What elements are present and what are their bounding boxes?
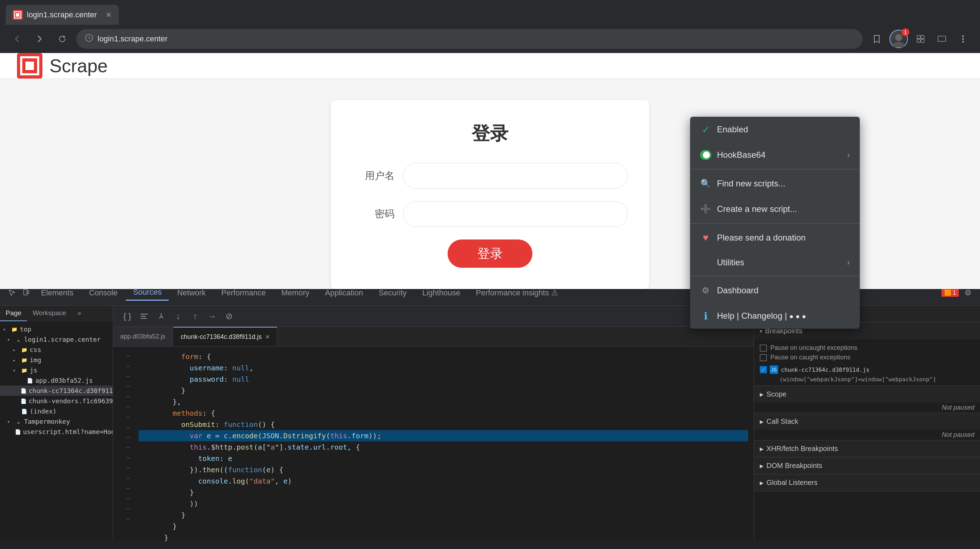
login-button[interactable]: 登录 — [447, 239, 533, 268]
tm-utilities-item[interactable]: Utilities › — [690, 251, 860, 274]
scope-status: Not paused — [754, 402, 980, 413]
code-line: }).then((function(e) { — [138, 464, 748, 476]
tm-utilities-label: Utilities — [700, 257, 842, 267]
code-line: )) — [138, 498, 748, 509]
code-line: username: null, — [138, 362, 748, 373]
folder-icon: 📁 — [11, 326, 18, 333]
pause-uncaught-checkbox[interactable]: Pause on uncaught exceptions — [760, 344, 974, 352]
tree-img-folder[interactable]: ▸ 📁 img — [0, 355, 113, 365]
call-stack-section: ▶ Call Stack Not paused — [754, 413, 980, 440]
tm-create-script-item[interactable]: ➕ Create a new script... — [690, 196, 860, 222]
cast-button[interactable] — [933, 30, 950, 48]
tree-app-js-label: app.d03bfa52.js — [35, 377, 93, 384]
step-btn[interactable]: → — [205, 309, 219, 323]
svg-rect-6 — [917, 35, 920, 38]
code-line: password: null — [138, 373, 748, 385]
sources-more-tab[interactable]: » — [72, 306, 87, 321]
profile-button[interactable]: 1 — [889, 30, 908, 48]
plus-icon: ➕ — [700, 203, 711, 215]
tm-find-scripts-item[interactable]: 🔍 Find new scripts... — [690, 171, 860, 196]
code-line: } — [138, 509, 748, 521]
tree-site[interactable]: ▾ ☁ login1.scrape.center — [0, 334, 113, 345]
xhr-header[interactable]: ▶ XHR/fetch Breakpoints — [754, 440, 980, 457]
minify-btn[interactable] — [137, 309, 151, 323]
tree-tampermonkey-label: Tampermonkey — [24, 418, 70, 425]
call-stack-header[interactable]: ▶ Call Stack — [754, 413, 980, 430]
global-header[interactable]: ▶ Global Listeners — [754, 474, 980, 491]
dom-header[interactable]: ▶ DOM Breakpoints — [754, 457, 980, 474]
password-label: 密码 — [352, 207, 395, 221]
tree-app-js[interactable]: 📄 app.d03bfa52.js — [0, 375, 113, 386]
extensions-button[interactable] — [912, 30, 929, 48]
tree-tampermonkey[interactable]: ▾ ☁ Tampermonkey — [0, 417, 113, 427]
tab-close-btn[interactable]: ✕ — [106, 11, 112, 19]
browser-tab[interactable]: login1.scrape.center ✕ — [6, 5, 119, 25]
tm-help-label: Help | Changelog | ● ● ● — [717, 311, 850, 321]
dom-section: ▶ DOM Breakpoints — [754, 457, 980, 474]
tm-dashboard-label: Dashboard — [717, 286, 850, 295]
tm-hookbase64-item[interactable]: HookBase64 › — [690, 142, 860, 168]
editor-tab-chunk-label: chunk-cc71364c.d38f911d.js — [181, 333, 262, 341]
editor-tab-chunk[interactable]: chunk-cc71364c.d38f911d.js ✕ — [173, 327, 277, 346]
editor-tab-close-icon[interactable]: ✕ — [265, 334, 270, 340]
code-area[interactable]: form: { username: null, password: null }… — [133, 347, 754, 541]
checkbox-caught[interactable] — [760, 354, 767, 361]
scope-header[interactable]: ▶ Scope — [754, 386, 980, 402]
arrow-icon: ▶ — [760, 446, 764, 452]
tm-enabled-item[interactable]: ✓ Enabled — [690, 117, 860, 142]
arrow-icon: ▾ — [7, 419, 13, 425]
tm-donate-item[interactable]: ♥ Please send a donation — [690, 225, 860, 251]
sources-add-btn[interactable]: ⋮ — [102, 306, 113, 321]
bookmark-button[interactable] — [868, 30, 885, 48]
sources-workspace-tab[interactable]: Workspace — [27, 306, 72, 321]
pause-uncaught-label: Pause on uncaught exceptions — [770, 344, 858, 352]
reload-button[interactable] — [54, 30, 71, 48]
svg-rect-10 — [938, 36, 946, 41]
step-over-btn[interactable] — [154, 309, 168, 323]
pretty-print-btn[interactable]: { } — [120, 309, 134, 323]
forward-button[interactable] — [31, 30, 48, 48]
debug-code-text: (window["webpackJsonp"]=window["webpackJ… — [760, 376, 974, 383]
tree-chunk-cc[interactable]: 📄 chunk-cc71364c.d38f911c ··· — [0, 386, 113, 396]
tree-chunk-vendors[interactable]: 📄 chunk-vendors.f1c69639.j — [0, 396, 113, 406]
heart-icon: ♥ — [700, 232, 711, 243]
step-out-btn[interactable]: ↑ — [188, 309, 202, 323]
dom-label: DOM Breakpoints — [767, 462, 822, 470]
address-bar[interactable]: login1.scrape.center — [76, 29, 862, 49]
login-form: 登录 用户名 密码 登录 — [331, 100, 649, 289]
tree-top[interactable]: ▾ 📁 top — [0, 324, 113, 334]
checkbox-file[interactable]: ✓ — [760, 366, 767, 373]
tm-dashboard-item[interactable]: ⚙ Dashboard — [690, 278, 860, 303]
tree-js-folder[interactable]: ▾ 📁 js — [0, 365, 113, 375]
tm-hookbase64-label: HookBase64 — [717, 150, 842, 160]
call-stack-status: Not paused — [754, 430, 980, 440]
username-input[interactable] — [403, 163, 628, 188]
menu-button[interactable] — [955, 30, 972, 48]
tm-find-label: Find new scripts... — [717, 179, 850, 188]
tree-index[interactable]: 📄 (index) — [0, 406, 113, 417]
code-line: form: { — [138, 351, 748, 362]
step-into-btn[interactable]: ↓ — [171, 309, 185, 323]
deactivate-breakpoints-btn[interactable]: ⊘ — [222, 309, 236, 323]
cloud-icon: ☁ — [15, 336, 22, 343]
code-line: } — [138, 385, 748, 396]
divider-3 — [690, 276, 860, 276]
checkbox-uncaught[interactable] — [760, 345, 767, 352]
back-button[interactable] — [8, 30, 25, 48]
tree-userscript[interactable]: 📄 userscript.html?name=Hook — [0, 427, 113, 437]
breakpoints-section: ▾ Breakpoints Pause on uncaught exceptio… — [754, 322, 980, 386]
sources-page-tab[interactable]: Page — [0, 306, 27, 321]
editor-tab-app[interactable]: app.d03bfa52.js — [113, 327, 173, 346]
pause-caught-checkbox[interactable]: Pause on caught exceptions — [760, 354, 974, 361]
sources-tree: ▾ 📁 top ▾ ☁ login1.scrape.center ▸ — [0, 321, 113, 541]
search-icon: 🔍 — [700, 178, 711, 189]
folder-icon: 📁 — [21, 346, 27, 353]
scope-section: ▶ Scope Not paused — [754, 386, 980, 413]
code-line: onSubmit: function() { — [138, 419, 748, 430]
password-input[interactable] — [403, 201, 628, 227]
tree-css-folder[interactable]: ▸ 📁 css — [0, 345, 113, 355]
tab-title: login1.scrape.center — [27, 10, 102, 19]
cloud-icon: ☁ — [15, 418, 22, 425]
tm-help-item[interactable]: ℹ Help | Changelog | ● ● ● — [690, 303, 860, 329]
site-header: Scrape — [0, 53, 980, 79]
